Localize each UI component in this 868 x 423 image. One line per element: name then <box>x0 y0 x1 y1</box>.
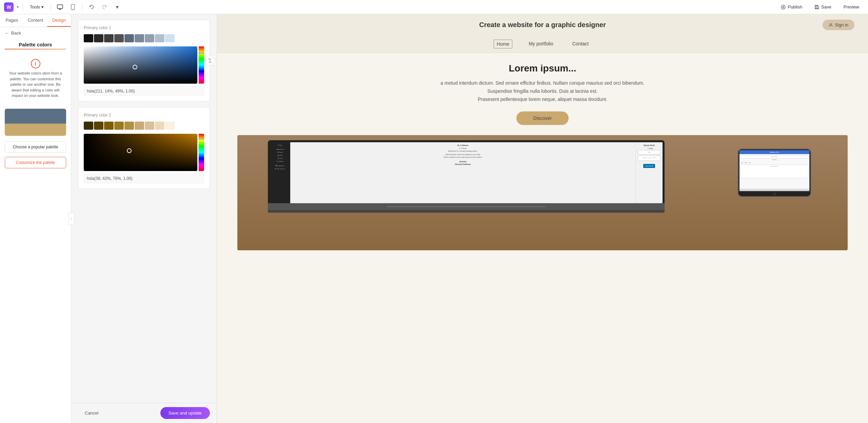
swatch-item[interactable] <box>135 34 144 42</box>
swatch-item[interactable] <box>145 122 154 130</box>
tab-design[interactable]: Design <box>47 14 71 27</box>
primary-color-2-card: Primary color 2 <box>78 107 210 189</box>
topbar-divider-3 <box>82 4 82 10</box>
save-update-label: Save and update <box>169 410 202 416</box>
palette-colors-title: Palette colors <box>0 39 71 49</box>
nav-item-contact[interactable]: Contact <box>570 40 591 48</box>
info-box: i Your website colors stem from a palett… <box>5 55 66 103</box>
save-icon <box>814 5 819 9</box>
choose-palette-button[interactable]: Choose a popular palette <box>5 141 66 153</box>
svg-rect-9 <box>816 5 817 6</box>
discover-button[interactable]: Discover <box>516 111 569 125</box>
panel-footer: Cancel Save and update <box>71 403 217 423</box>
topbar-divider-1 <box>23 4 23 10</box>
swatch-item[interactable] <box>84 122 93 130</box>
hue-bar-1[interactable] <box>199 46 204 84</box>
color-picker-1[interactable] <box>84 46 197 84</box>
logo-chevron-icon[interactable]: ▾ <box>17 5 19 9</box>
more-button[interactable]: ▾ <box>112 2 122 12</box>
panel-content: Primary color 1 <box>71 14 217 403</box>
hue-bar-2[interactable] <box>199 134 204 171</box>
swap-colors-button[interactable] <box>205 56 215 66</box>
picker-handle-2 <box>127 148 132 153</box>
hue-indicator-1 <box>199 52 204 54</box>
preview-label: Preview <box>844 4 859 9</box>
site-nav: Home My portfolio Contact <box>217 36 868 53</box>
swatch-item[interactable] <box>94 34 103 42</box>
swatch-item[interactable] <box>155 34 164 42</box>
publish-button[interactable]: Publish <box>776 2 807 12</box>
phone-mockup: Add New Post Enter title here Add Media … <box>738 149 811 197</box>
svg-point-10 <box>830 23 832 25</box>
redo-button[interactable] <box>99 2 110 12</box>
swatch-item[interactable] <box>165 34 175 42</box>
color-picker-2-wrapper <box>84 134 204 171</box>
rotate-icon <box>208 58 212 63</box>
primary-color-1-title: Primary color 1 <box>84 25 204 30</box>
site-main-text: a metud interdum dictum. Sed ornare effi… <box>237 79 848 103</box>
color-picker-2[interactable] <box>84 134 197 171</box>
customize-palette-button[interactable]: Customize the palette <box>5 157 66 168</box>
info-icon: i <box>31 59 40 68</box>
user-icon <box>829 23 833 27</box>
site-signin-button[interactable]: Sign in <box>823 20 854 30</box>
desktop-view-button[interactable] <box>55 2 65 12</box>
swatch-item[interactable] <box>145 34 154 42</box>
save-label: Save <box>821 4 831 9</box>
tab-pages[interactable]: Pages <box>0 14 24 27</box>
site-header: Create a website for a graphic designer … <box>217 14 868 36</box>
palette-preview <box>5 109 66 136</box>
topbar: W ▾ Tools ▾ ▾ <box>0 0 868 14</box>
cancel-label: Cancel <box>85 410 98 416</box>
canvas-area: Create a website for a graphic designer … <box>217 14 868 423</box>
laptop-mockup: KSets ✦ Appearance ⊞ Plugins 👥 Users 🔧 T… <box>268 140 665 213</box>
swatch-item[interactable] <box>104 122 114 130</box>
cancel-button[interactable]: Cancel <box>78 408 105 418</box>
topbar-divider-2 <box>51 4 51 10</box>
picker-handle-1 <box>133 65 137 69</box>
undo-icon <box>89 4 94 10</box>
swatch-item[interactable] <box>135 122 144 130</box>
site-main-heading: Lorem ipsum... <box>237 63 848 74</box>
undo-button[interactable] <box>86 2 97 12</box>
swatch-item[interactable] <box>94 122 103 130</box>
site-main: Lorem ipsum... a metud interdum dictum. … <box>217 53 868 260</box>
swatch-item[interactable] <box>114 34 124 42</box>
mobile-icon <box>71 4 75 10</box>
preview-button[interactable]: Preview <box>839 2 864 12</box>
tab-content[interactable]: Content <box>24 14 47 27</box>
tools-menu-button[interactable]: Tools ▾ <box>27 3 46 11</box>
swatch-item[interactable] <box>155 122 164 130</box>
swatch-item[interactable] <box>165 122 175 130</box>
palette-colors-underline <box>5 49 66 49</box>
swatch-item[interactable] <box>124 34 134 42</box>
logo-letter: W <box>6 4 11 10</box>
swatch-item[interactable] <box>114 122 124 130</box>
nav-item-home[interactable]: Home <box>494 40 512 48</box>
upload-icon <box>781 5 786 9</box>
swatch-item[interactable] <box>84 34 93 42</box>
mobile-view-button[interactable] <box>68 2 78 12</box>
tools-chevron-icon: ▾ <box>41 4 44 9</box>
color-value-1: hsla(211, 14%, 49%, 1.00) <box>84 86 204 96</box>
svg-point-3 <box>62 6 63 7</box>
swatch-item[interactable] <box>104 34 114 42</box>
nav-item-portfolio[interactable]: My portfolio <box>526 40 556 48</box>
more-icon: ▾ <box>116 4 119 10</box>
svg-point-5 <box>73 8 73 9</box>
choose-palette-label: Choose a popular palette <box>13 145 58 149</box>
site-title: Create a website for a graphic designer <box>438 21 646 29</box>
desktop-icon <box>57 4 63 10</box>
publish-label: Publish <box>788 4 802 9</box>
sidebar-collapse-button[interactable]: ‹ <box>68 213 74 225</box>
swatch-item[interactable] <box>124 122 134 130</box>
save-button[interactable]: Save <box>810 2 836 12</box>
logo: W <box>4 2 14 12</box>
back-button[interactable]: ← Back <box>0 27 71 39</box>
sidebar-tabs: Pages Content Design <box>0 14 71 27</box>
topbar-right: Publish Save Preview <box>776 2 864 12</box>
color-picker-1-wrapper <box>84 46 204 84</box>
customize-palette-label: Customize the palette <box>16 160 55 165</box>
info-text: Your website colors stem from a palette.… <box>9 70 62 99</box>
save-update-button[interactable]: Save and update <box>160 407 210 419</box>
